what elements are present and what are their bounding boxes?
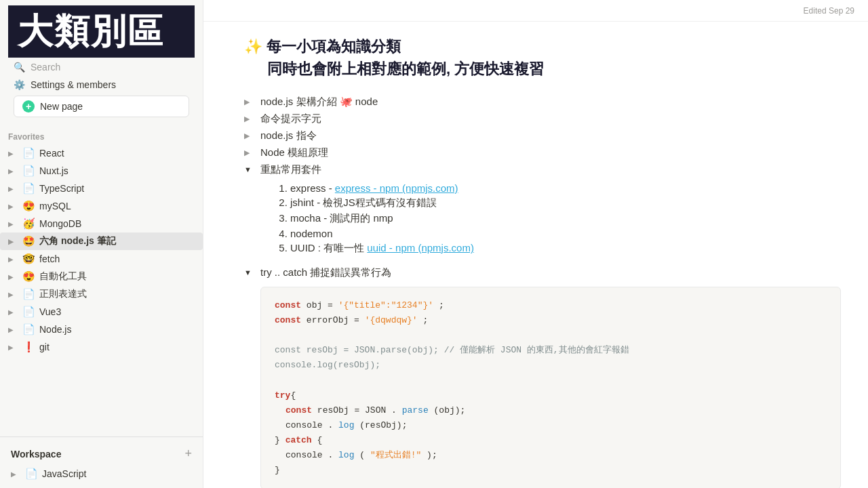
sidebar-items: Favorites ▶ 📄 React ▶ 📄 Nuxt.js ▶ 📄 Type… — [0, 125, 203, 436]
mongodb-icon: 🥳 — [22, 218, 35, 230]
favorites-label: Favorites — [0, 125, 203, 144]
mysql-icon: 😍 — [22, 200, 35, 212]
workspace-left: Workspace — [11, 449, 61, 460]
gear-icon: ⚙️ — [14, 79, 25, 90]
sidebar-item-react[interactable]: ▶ 📄 React — [0, 144, 203, 162]
javascript-icon: 📄 — [24, 468, 38, 480]
sidebar-item-regex[interactable]: ▶ 📄 正則表達式 — [0, 285, 203, 303]
nuxtjs-label: Nuxt.js — [39, 165, 196, 176]
sidebar-item-mongodb[interactable]: ▶ 🥳 MongoDB — [0, 215, 203, 232]
workspace-section[interactable]: Workspace + — [8, 443, 195, 465]
edited-timestamp: Edited Sep 29 — [804, 6, 854, 16]
banner-text: ✨ 每一小項為知識分類 同時也會附上相對應的範例, 方便快速複習 — [244, 35, 544, 80]
sidebar-item-fetch[interactable]: ▶ 🤓 fetch — [0, 250, 203, 268]
toggle-cmd[interactable]: ▶ — [244, 115, 255, 123]
code-line-inner1: const resObj = JSON . parse (obj); — [275, 403, 827, 418]
sidebar-item-vue3[interactable]: ▶ 📄 Vue3 — [0, 303, 203, 321]
search-icon: 🔍 — [14, 62, 25, 73]
uuid-link[interactable]: uuid - npm (npmjs.com) — [367, 242, 474, 253]
banner-block: ✨ 每一小項為知識分類 同時也會附上相對應的範例, 方便快速複習 — [244, 35, 544, 80]
chevron-icon-git: ▶ — [8, 344, 18, 351]
git-icon: ❗ — [22, 341, 35, 353]
mongodb-label: MongoDB — [39, 218, 196, 229]
chevron-icon-nodejs-notes: ▶ — [8, 238, 18, 245]
automation-icon: 😍 — [22, 270, 35, 283]
git-label: git — [39, 342, 196, 352]
packages-numbered-list: express - express - npm (npmjs.com) jshi… — [277, 181, 841, 256]
code-log-open: ( — [359, 450, 365, 460]
sidebar-item-git[interactable]: ▶ ❗ git — [0, 338, 203, 356]
toggle-trycatch[interactable]: ▼ — [244, 268, 255, 277]
nodejs-icon: 📄 — [22, 323, 35, 336]
list-item-uuid: UUID : 有唯一性 uuid - npm (npmjs.com) — [290, 241, 841, 256]
sidebar-item-typescript[interactable]: ▶ 📄 TypeScript — [0, 180, 203, 197]
sidebar-item-javascript[interactable]: ▶ 📄 JavaScript — [8, 465, 195, 483]
close-brace1: } — [275, 435, 280, 445]
sidebar-item-automation[interactable]: ▶ 😍 自動化工具 — [0, 268, 203, 285]
chevron-icon-vue3: ▶ — [8, 308, 18, 316]
code-line-inner2: console . log (resObj); — [275, 418, 827, 433]
nodejs-cmd-text: node.js 指令 — [260, 129, 317, 142]
sidebar-top-section: 大類別區 🔍 Search ⚙️ Settings & members + Ne… — [0, 0, 203, 125]
chevron-icon-mongodb: ▶ — [8, 220, 18, 228]
fetch-icon: 🤓 — [22, 253, 35, 265]
chevron-icon-mysql: ▶ — [8, 203, 18, 210]
toggle-packages[interactable]: ▼ — [244, 165, 255, 174]
chevron-icon-automation: ▶ — [8, 273, 18, 281]
cmd-text: 命令提示字元 — [260, 113, 321, 125]
search-label: Search — [31, 62, 60, 73]
code-block-trycatch: const obj = '{"title":"1234"}' ; const e… — [260, 287, 841, 488]
regex-icon: 📄 — [22, 288, 35, 300]
chevron-icon-javascript: ▶ — [11, 470, 20, 478]
chevron-icon-nodejs: ▶ — [8, 326, 18, 333]
try-keyword: try — [275, 390, 290, 401]
list-item-express: express - express - npm (npmjs.com) — [290, 181, 841, 195]
nodejs-label: Node.js — [39, 324, 196, 335]
sidebar-item-nuxtjs[interactable]: ▶ 📄 Nuxt.js — [0, 162, 203, 180]
sidebar-item-nodejs-notes[interactable]: ▶ 🤩 六角 node.js 筆記 — [0, 232, 203, 250]
code-line-try: try{ — [275, 388, 827, 403]
code-dot2: . — [328, 420, 333, 430]
react-icon: 📄 — [22, 147, 35, 159]
search-row[interactable]: 🔍 Search — [8, 58, 195, 77]
code-line-4: console.log(resObj); — [275, 358, 827, 373]
code-parse-args: (obj); — [434, 405, 466, 415]
code-semi-1: ; — [439, 300, 444, 310]
code-comment-log: console.log(resObj); — [275, 360, 380, 370]
workspace-plus-icon[interactable]: + — [184, 447, 192, 461]
new-page-button[interactable]: + New page — [14, 96, 189, 117]
chevron-icon-react: ▶ — [8, 150, 18, 157]
trycatch-text: try .. catch 捕捉錯誤異常行為 — [260, 266, 391, 279]
const-keyword-1: const — [275, 300, 301, 310]
sidebar-item-nodejs[interactable]: ▶ 📄 Node.js — [0, 321, 203, 338]
fetch-label: fetch — [39, 253, 196, 264]
chevron-icon-typescript: ▶ — [8, 185, 18, 192]
chevron-icon-regex: ▶ — [8, 291, 18, 298]
sidebar-item-mysql[interactable]: ▶ 😍 mySQL — [0, 197, 203, 215]
code-console2: console — [285, 450, 323, 460]
nuxtjs-icon: 📄 — [22, 165, 35, 177]
code-obj-var: obj = — [307, 300, 338, 310]
outline-item-cmd: ▶ 命令提示字元 — [244, 110, 841, 127]
toggle-nodejs-arch[interactable]: ▶ — [244, 98, 255, 106]
code-line-inner3: console . log ( "程式出錯!" ); — [275, 448, 827, 463]
express-link[interactable]: express - npm (npmjs.com) — [335, 182, 458, 194]
settings-row[interactable]: ⚙️ Settings & members — [8, 77, 195, 93]
top-bar: Edited Sep 29 — [203, 0, 868, 22]
code-error-var: errorObj = — [307, 315, 365, 325]
code-parse-fn: parse — [402, 405, 429, 415]
typescript-icon: 📄 — [22, 182, 35, 195]
code-json-obj: JSON — [365, 405, 386, 415]
toggle-nodejs-cmd[interactable]: ▶ — [244, 131, 255, 140]
content-area: ✨ 每一小項為知識分類 同時也會附上相對應的範例, 方便快速複習 ▶ node.… — [203, 22, 868, 488]
toggle-node-module[interactable]: ▶ — [244, 148, 255, 157]
list-item-jshint: jshint - 檢視JS程式碼有沒有錯誤 — [290, 195, 841, 211]
settings-label: Settings & members — [31, 79, 116, 90]
code-line-end: } — [275, 463, 827, 478]
catch-brace: { — [317, 435, 322, 445]
react-label: React — [39, 148, 196, 159]
sidebar-footer: Workspace + ▶ 📄 JavaScript — [0, 436, 203, 488]
mysql-label: mySQL — [39, 201, 196, 211]
list-item-mocha: mocha - 測試用的 nmp — [290, 211, 841, 226]
code-log-close: ); — [427, 450, 437, 460]
